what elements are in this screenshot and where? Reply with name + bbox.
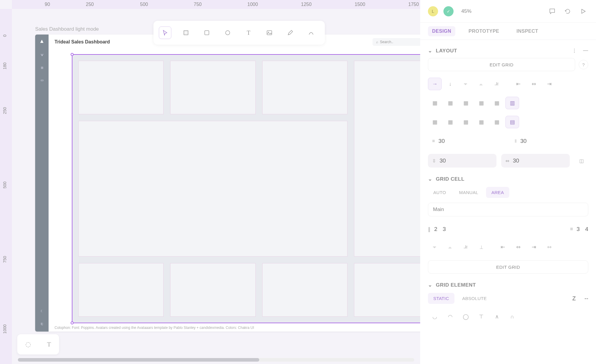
z-index[interactable]: Z -- [572,293,588,304]
horizontal-scrollbar[interactable] [18,358,414,362]
direction-down-icon[interactable]: ↓ [443,78,457,90]
droplet-icon[interactable]: ◌ [25,340,31,348]
align-icon[interactable]: ⫟ [428,241,442,253]
grid-icon[interactable]: ▦ [490,97,504,109]
grid-icon[interactable]: ▦ [443,116,457,128]
col-gap-input[interactable]: ⦀30 [510,134,588,148]
padding-h-input[interactable]: ⇔30 [501,154,570,168]
avatar-status[interactable] [443,6,454,16]
svg-point-2 [226,31,230,35]
curve-tool[interactable] [305,26,317,39]
col-start[interactable]: ‖2 [428,226,437,232]
shape-icon[interactable]: ◡ [428,310,442,323]
avatar-user[interactable]: L [428,6,438,16]
svg-rect-0 [184,31,188,35]
minus-icon[interactable]: — [583,48,589,54]
mode-static[interactable]: STATIC [428,293,454,304]
align-icon[interactable]: ⟂ [474,241,488,253]
align-icon[interactable]: ⫡ [459,241,473,253]
shape-icon[interactable]: ◠ [443,310,457,323]
row-gap-input[interactable]: ≡30 [428,134,506,148]
artboard[interactable]: ▲ ᗐ ⊞ ▭ ☾ ⎗ Trideal Sales Dashboard ⌕ Se… [35,35,420,332]
grid-cell[interactable] [170,61,255,114]
shape-icon[interactable]: ∧ [490,310,504,323]
padding-v-input[interactable]: ⇳30 [428,154,496,168]
justify-end-icon[interactable]: ⇥ [542,78,556,90]
mode-area[interactable]: AREA [486,187,509,198]
search-input[interactable]: ⌕ Search.. ⌘K [372,38,420,46]
grid-cell[interactable] [262,263,347,317]
gridelem-section-header[interactable]: ⌄ GRID ELEMENT [428,282,588,288]
tab-design[interactable]: DESIGN [428,26,455,36]
gridcell-section-header[interactable]: ⌄ GRID CELL [428,176,588,182]
direction-right-icon[interactable]: → [428,78,442,90]
grid-icon[interactable]: ▦ [459,116,473,128]
canvas[interactable]: Sales Dashboard light mode ▲ ᗐ ⊞ ▭ ☾ ⎗ T… [12,9,420,364]
align-top-icon[interactable]: ⫟ [459,78,473,90]
grid-icon[interactable]: ▤ [505,116,519,128]
resize-handle[interactable] [71,53,74,56]
grid-cell[interactable] [354,263,420,317]
align-middle-icon[interactable]: ⫠ [474,78,488,90]
text-icon[interactable]: T [47,340,51,348]
justify-icon[interactable]: ⇔ [511,241,525,253]
grid-cell[interactable] [262,61,347,114]
help-icon[interactable]: ? [579,60,588,69]
rectangle-tool[interactable] [201,26,213,39]
edit-grid-button[interactable]: EDIT GRID [428,58,575,71]
grid-icon[interactable]: ▦ [428,97,442,109]
play-icon[interactable] [578,6,588,16]
grid-cell[interactable] [78,121,347,257]
grid-icon[interactable]: ▦ [474,97,488,109]
mode-absolute[interactable]: ABSOLUTE [457,293,492,304]
frame-label[interactable]: Sales Dashboard light mode [35,26,99,32]
mode-auto[interactable]: AUTO [428,187,451,198]
grid-icon[interactable]: ▦ [459,97,473,109]
grid-icon[interactable]: ▦ [474,116,488,128]
grid-icon[interactable]: ▦ [428,116,442,128]
row-end[interactable]: 4 [585,226,588,232]
resize-handle[interactable] [71,321,74,324]
pen-tool[interactable] [284,26,297,39]
grid-icon[interactable]: ▦ [443,97,457,109]
justify-start-icon[interactable]: ⇤ [511,78,525,90]
justify-center-icon[interactable]: ⇔ [527,78,541,90]
align-icon[interactable]: ⫠ [443,241,457,253]
align-bottom-icon[interactable]: ⫡ [490,78,504,90]
grid-cell[interactable] [78,263,164,317]
ruler-horizontal: 90 250 500 750 1000 1250 1500 1750 1925 [12,0,420,9]
frame-tool[interactable] [180,26,192,39]
grid-cell[interactable] [78,61,164,114]
grid-cell[interactable] [354,61,420,257]
scrollbar-thumb[interactable] [18,358,259,362]
comment-icon[interactable] [547,6,557,16]
tab-prototype[interactable]: PROTOTYPE [464,26,503,36]
mode-manual[interactable]: MANUAL [454,187,484,198]
shape-icon[interactable]: ∩ [505,310,519,323]
ellipse-tool[interactable] [221,26,234,39]
text-tool[interactable]: T [242,26,255,39]
grid-cell[interactable] [170,263,255,317]
area-name-input[interactable] [428,203,588,216]
expand-padding-icon[interactable]: ◫ [575,154,588,168]
tab-inspect[interactable]: INSPECT [512,26,542,36]
justify-icon[interactable]: ⇿ [542,241,556,253]
layout-section-header[interactable]: ⌄ LAYOUT ⋮ — [428,48,588,54]
col-end[interactable]: 3 [443,226,446,232]
row-start[interactable]: ≡3 [570,226,580,232]
select-tool[interactable] [159,26,171,39]
shape-icon[interactable]: ⊤ [474,310,488,323]
more-icon[interactable]: ⋮ [572,48,577,54]
shape-icon[interactable]: ◯ [459,310,473,323]
image-tool[interactable] [263,26,276,39]
grid-icon[interactable]: ▦ [490,116,504,128]
edit-grid-button[interactable]: EDIT GRID [428,260,588,274]
ruler-mark: 1500 [355,2,365,7]
selected-grid[interactable] [72,54,420,323]
zoom-level[interactable]: 45% [461,8,471,14]
z-value: -- [584,295,588,302]
history-icon[interactable] [563,6,573,16]
grid-icon[interactable]: ▥ [505,97,519,109]
justify-icon[interactable]: ⇤ [496,241,510,253]
justify-icon[interactable]: ⇥ [527,241,541,253]
